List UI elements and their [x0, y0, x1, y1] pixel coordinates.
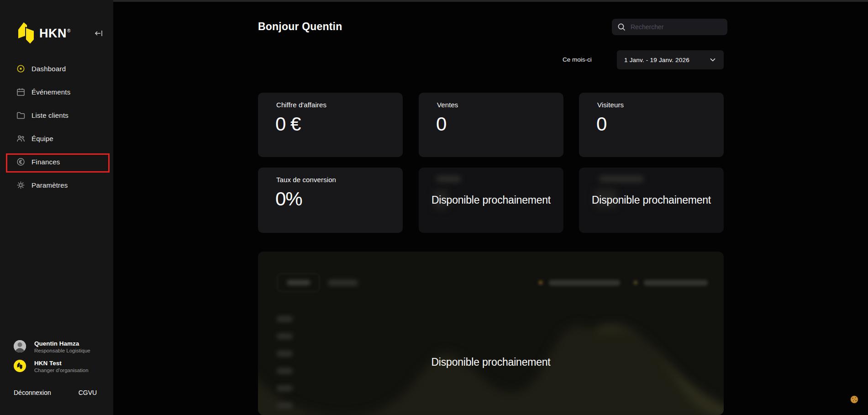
sidebar-item-label: Équipe: [32, 135, 53, 142]
logout-link[interactable]: Déconnexion: [14, 389, 51, 396]
hkn-logo-icon: [17, 21, 36, 46]
logo-text: HKN: [39, 26, 67, 41]
sidebar-item-finances[interactable]: Finances: [0, 150, 113, 173]
coming-soon-text: Disponible prochainement: [579, 168, 724, 233]
sidebar: HKN ® Dashboard Événements: [0, 0, 113, 415]
page-title: Bonjour Quentin: [258, 21, 342, 33]
sidebar-item-label: Paramètres: [32, 181, 68, 189]
sidebar-item-liste-clients[interactable]: Liste clients: [0, 104, 113, 127]
user-role: Responsable Logistique: [34, 348, 90, 353]
blurred-tab-label: [287, 280, 310, 285]
stat-value: 0%: [275, 189, 302, 209]
y-axis-tick-blurred: [277, 368, 293, 374]
sidebar-item-label: Événements: [32, 88, 70, 96]
stat-label: Visiteurs: [597, 101, 624, 109]
chart-card: Disponible prochainement: [258, 252, 724, 415]
sidebar-item-equipe[interactable]: Équipe: [0, 127, 113, 150]
sidebar-footer: Déconnexion CGVU: [14, 389, 105, 396]
sidebar-item-label: Finances: [32, 158, 60, 166]
organization-logo-icon: [14, 360, 26, 372]
logo-trademark: ®: [67, 28, 70, 33]
sidebar-item-dashboard[interactable]: Dashboard: [0, 57, 113, 80]
user-avatar: [14, 340, 26, 352]
chart-legend-blurred: [539, 278, 708, 287]
cookie-consent-icon[interactable]: [850, 395, 858, 404]
chevron-down-icon: [709, 56, 716, 63]
search-icon: [617, 23, 626, 32]
search-input[interactable]: [631, 23, 713, 31]
window-top-edge: [0, 0, 868, 2]
organization-name: HKN Test: [34, 360, 62, 367]
cgvu-link[interactable]: CGVU: [79, 389, 97, 396]
user-name: Quentin Hamza: [34, 340, 79, 347]
sidebar-item-parametres[interactable]: Paramètres: [0, 173, 113, 197]
stat-card-taux-conversion: Taux de conversion 0%: [258, 168, 403, 233]
legend-label-1-blurred: [549, 280, 620, 286]
period-filter-label: Ce mois-ci: [563, 56, 613, 63]
y-axis-tick-blurred: [277, 333, 293, 339]
stat-card-chiffre-affaires: Chiffre d'affaires 0 €: [258, 93, 403, 157]
stat-label: Ventes: [437, 101, 458, 109]
sidebar-nav: Dashboard Événements Liste clients É: [0, 57, 113, 197]
date-range-dropdown[interactable]: 1 Janv. - 19 Janv. 2026: [617, 50, 724, 69]
stat-label: Taux de conversion: [276, 176, 336, 184]
chart-tab-1-blurred[interactable]: [277, 273, 320, 292]
euro-icon: [16, 157, 26, 167]
stat-value: 0: [436, 115, 446, 134]
chart-wave-decoration: [258, 283, 724, 415]
sidebar-item-label: Liste clients: [32, 111, 68, 119]
legend-dot-1: [539, 281, 542, 284]
app-screen: HKN ® Dashboard Événements: [0, 0, 868, 415]
y-axis-tick-blurred: [277, 403, 293, 409]
stat-value: 0: [596, 115, 606, 134]
search-bar[interactable]: [612, 19, 727, 35]
change-organization-link[interactable]: Changer d'organisation: [34, 368, 89, 373]
date-range-value: 1 Janv. - 19 Janv. 2026: [624, 57, 689, 63]
y-axis-tick-blurred: [277, 385, 293, 391]
dashboard-eye-icon: [16, 64, 26, 74]
collapse-arrow-icon: [94, 29, 104, 38]
stat-label: Chiffre d'affaires: [276, 101, 326, 109]
stat-value: 0 €: [275, 115, 300, 134]
sidebar-item-label: Dashboard: [32, 65, 66, 73]
team-icon: [16, 134, 26, 143]
stat-card-coming-soon-2: Disponible prochainement: [579, 168, 724, 233]
legend-label-2-blurred: [644, 280, 708, 286]
folder-icon: [16, 110, 26, 120]
avatar-photo: [14, 340, 26, 352]
legend-dot-2: [634, 281, 637, 284]
y-axis-tick-blurred: [277, 316, 293, 322]
sidebar-item-evenements[interactable]: Événements: [0, 80, 113, 104]
stat-card-coming-soon-1: Disponible prochainement: [419, 168, 563, 233]
logo-row: HKN ®: [17, 20, 104, 47]
stat-card-visiteurs: Visiteurs 0: [579, 93, 724, 157]
sidebar-collapse-button[interactable]: [94, 29, 104, 38]
chart-coming-soon-text: Disponible prochainement: [258, 356, 724, 368]
gear-icon: [16, 180, 26, 190]
chart-tabs: [277, 273, 358, 292]
coming-soon-text: Disponible prochainement: [419, 168, 563, 233]
calendar-icon: [16, 87, 26, 97]
chart-tab-2-blurred[interactable]: [328, 280, 358, 286]
stat-card-ventes: Ventes 0: [419, 93, 563, 157]
